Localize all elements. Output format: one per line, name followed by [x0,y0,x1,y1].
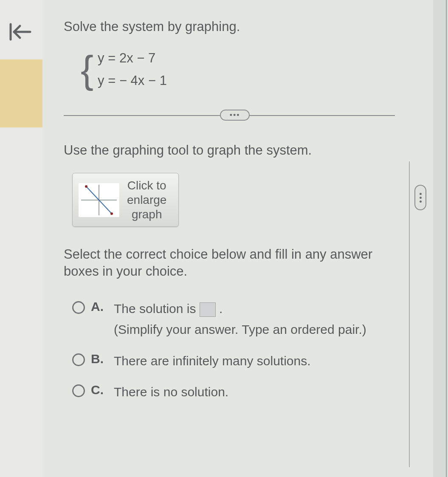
main-content: Solve the system by graphing. { y = 2x −… [42,0,433,477]
dots-icon: ••• [230,111,240,120]
right-divider-line [409,161,410,467]
choice-b-letter: B. [91,352,104,366]
choice-a-letter: A. [91,299,104,314]
graph-tool-button[interactable]: Click to enlarge graph [72,173,179,227]
equation-2: y = − 4x − 1 [98,70,167,92]
svg-point-5 [85,185,87,188]
radio-c[interactable] [72,384,85,397]
choice-c-text: There is no solution. [114,383,420,401]
dot-icon [420,200,422,203]
choice-b-text: There are infinitely many solutions. [114,352,420,370]
divider-expand-button[interactable]: ••• [220,110,250,121]
choice-a-hint: (Simplify your answer. Type an ordered p… [114,320,420,339]
graphing-instruction: Use the graphing tool to graph the syste… [64,143,420,158]
left-accent-strip [0,59,42,127]
left-sidebar [0,0,42,477]
equation-system: { y = 2x − 7 y = − 4x − 1 [81,47,420,92]
choice-b: B. There are infinitely many solutions. [72,352,420,370]
equation-1: y = 2x − 7 [98,47,167,70]
radio-a[interactable] [72,301,85,314]
choice-a: A. The solution is . (Simplify your answ… [72,299,420,339]
choice-c: C. There is no solution. [72,383,420,401]
graph-tool-label: Click to enlarge graph [127,178,166,221]
question-title: Solve the system by graphing. [64,19,420,34]
answer-input-a[interactable] [200,302,216,317]
svg-point-6 [110,212,113,215]
choices-list: A. The solution is . (Simplify your answ… [72,299,420,401]
choice-c-letter: C. [91,383,104,397]
dot-icon [420,197,422,199]
right-rail [446,0,448,477]
dot-icon [420,193,422,195]
choice-a-body: The solution is . (Simplify your answer.… [114,299,420,339]
radio-b[interactable] [72,353,85,366]
side-expand-button[interactable] [414,185,426,210]
choice-a-text-after: . [216,302,223,316]
choice-a-text-before: The solution is [114,302,200,316]
back-button[interactable] [5,19,35,45]
graph-thumbnail-icon [79,183,119,217]
section-divider: ••• [64,109,420,121]
brace-icon: { [81,54,93,85]
back-arrow-icon [8,22,32,42]
select-instruction: Select the correct choice below and fill… [64,246,420,280]
